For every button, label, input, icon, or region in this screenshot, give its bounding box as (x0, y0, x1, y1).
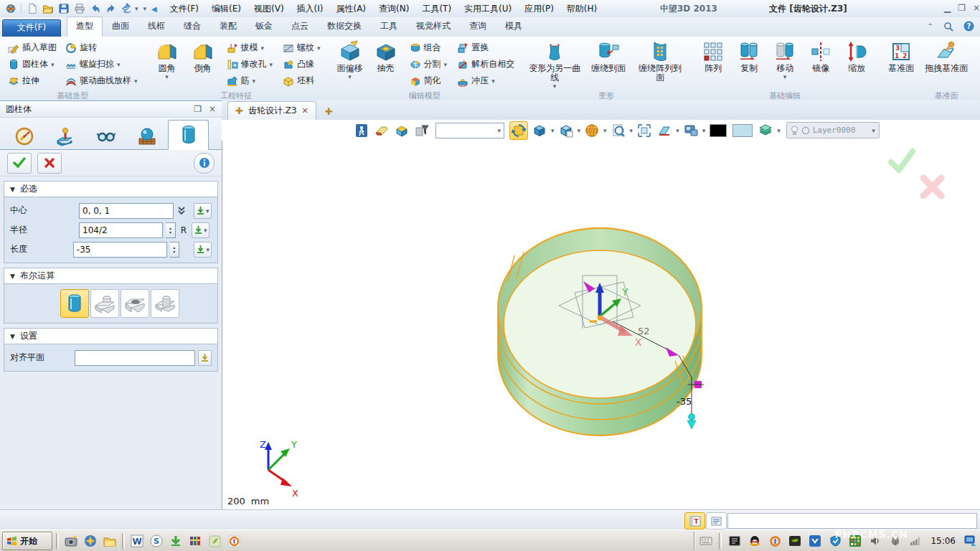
cancel-button[interactable] (37, 153, 62, 174)
highlight-color-swatch[interactable] (732, 124, 753, 137)
multi-view-dropdown[interactable]: ▾ (702, 128, 706, 133)
tab-dataexchange[interactable]: 数据交换 (318, 17, 371, 37)
tray-qq-icon[interactable] (746, 532, 763, 550)
length-spinner[interactable]: ▴▾ (170, 242, 179, 258)
zoom-window-icon[interactable] (636, 122, 653, 139)
ghost-ok-mark[interactable] (891, 151, 913, 170)
tab-shape[interactable]: 造型 (67, 17, 103, 37)
show-desktop-button[interactable] (962, 532, 979, 550)
isometric-view-icon[interactable] (531, 122, 548, 139)
extrude-button[interactable]: 拉伸 (5, 72, 60, 89)
shaded-display-icon[interactable] (557, 122, 575, 139)
align-plane-pick-button[interactable] (198, 350, 212, 366)
quicklaunch-word-icon[interactable]: W (128, 532, 146, 550)
menu-edit[interactable]: 编辑(E) (205, 1, 248, 17)
quicklaunch-folder-icon[interactable] (101, 532, 118, 550)
restore-button[interactable]: ❐ (958, 3, 966, 13)
save-icon[interactable] (56, 2, 71, 16)
quicklaunch-notes-icon[interactable] (206, 532, 223, 550)
fillet-button[interactable]: 圆角▾ (149, 39, 185, 80)
align-plane-input[interactable] (75, 350, 195, 366)
tray-volume-icon[interactable] (867, 532, 884, 550)
ok-button[interactable] (7, 153, 32, 174)
revolve-button[interactable]: 旋转 (62, 39, 141, 56)
driven-curve-loft-button[interactable]: 驱动曲线放样▾ (62, 72, 141, 89)
tray-keyboard-icon[interactable] (697, 532, 715, 550)
redo-icon[interactable] (103, 2, 118, 16)
toolbar-overflow[interactable]: ▾ (143, 6, 147, 11)
tray-nvidia-icon[interactable] (786, 532, 804, 550)
help-icon[interactable]: ? (963, 21, 974, 32)
tray-thunder-icon[interactable] (806, 532, 824, 550)
menu-file[interactable]: 文件(F) (164, 1, 205, 17)
tray-pinyin-icon[interactable] (847, 532, 864, 550)
tab-wireframe[interactable]: 线框 (138, 17, 174, 37)
menu-application[interactable]: 应用(P) (518, 1, 560, 17)
wrap-array-to-face-button[interactable]: 缠绕阵列到面 (633, 39, 687, 83)
section-settings[interactable]: ▼设置 (4, 328, 218, 344)
tab-heal[interactable]: 缝合 (174, 17, 210, 37)
exit-sketch-icon[interactable] (353, 122, 370, 139)
simplify-button[interactable]: 简化 (407, 72, 451, 89)
ghost-cancel-mark[interactable] (923, 178, 941, 196)
csys-button[interactable]: 坐标 (974, 39, 980, 74)
message-log-toggle[interactable] (706, 512, 727, 529)
menu-utilities[interactable]: 实用工具(U) (458, 1, 518, 17)
panel-restore-button[interactable]: ❐ (194, 104, 202, 114)
show-target-icon[interactable] (393, 122, 410, 139)
lip-button[interactable]: 凸缘 (280, 56, 324, 72)
view-dropdown[interactable]: ▾ (551, 128, 555, 133)
selection-filter-combobox[interactable]: ▾ (435, 123, 504, 138)
punch-button[interactable]: 冲压▾ (454, 72, 517, 89)
length-input[interactable] (73, 242, 167, 258)
tab-close-icon[interactable]: ✕ (302, 106, 308, 116)
multi-view-icon[interactable] (682, 122, 699, 139)
wrap-to-face-button[interactable]: 缠绕到面 (583, 39, 633, 74)
undo-icon[interactable] (88, 2, 103, 16)
combine-button[interactable]: 组合 (407, 39, 451, 56)
menu-view[interactable]: 视图(V) (248, 1, 291, 17)
tab-gauge[interactable] (4, 123, 44, 149)
menu-attribute[interactable]: 属性(A) (329, 1, 372, 17)
close-button[interactable]: × (973, 3, 980, 13)
radius-input[interactable] (79, 222, 163, 238)
new-tab-button[interactable]: ✚ (321, 106, 337, 120)
regen-icon[interactable] (119, 2, 134, 16)
modify-hole-button[interactable]: 修改孔▾ (224, 56, 276, 72)
print-icon[interactable] (72, 2, 87, 16)
layer-combobox[interactable]: Layer0000 ▾ (786, 122, 880, 138)
clock[interactable]: 15:06 (927, 536, 959, 546)
drag-datum-button[interactable]: 拖拽基准面 (919, 39, 974, 74)
filter-icon[interactable] (413, 122, 430, 139)
boolean-intersect-button[interactable] (151, 289, 179, 318)
panel-close-button[interactable]: × (209, 104, 216, 114)
rib-button[interactable]: 筋▾ (224, 72, 276, 89)
replace-button[interactable]: 置换 (454, 39, 517, 56)
document-tab[interactable]: ✚ 齿轮设计.Z3 ✕ (227, 101, 316, 120)
quicklaunch-download-icon[interactable] (167, 532, 184, 550)
tab-glasses[interactable] (86, 123, 126, 149)
scale-button[interactable]: 缩放 (839, 39, 875, 74)
tab-surface[interactable]: 曲面 (103, 17, 138, 37)
tray-security-icon[interactable] (826, 532, 844, 550)
pattern-button[interactable]: 阵列 (695, 39, 731, 74)
divide-button[interactable]: 分割▾ (407, 56, 451, 72)
tab-tools[interactable]: 工具 (371, 17, 407, 37)
search-icon[interactable] (943, 22, 953, 32)
section-required[interactable]: ▼必选 (4, 181, 218, 197)
eraser-icon[interactable] (373, 122, 390, 139)
resolve-selfintersection-button[interactable]: 解析自相交 (454, 56, 517, 72)
tray-network-icon[interactable] (907, 532, 924, 550)
tab-visualize[interactable]: 视觉样式 (407, 17, 460, 37)
menu-inquire[interactable]: 查询(N) (372, 1, 415, 17)
cylinder-solid[interactable] (498, 228, 702, 435)
chamfer-button[interactable]: 倒角 (185, 39, 221, 74)
datum-plane-button[interactable]: 312 基准面 (883, 39, 919, 74)
zoom-page-icon[interactable] (610, 122, 627, 139)
start-button[interactable]: 开始 (2, 532, 52, 550)
center-input[interactable] (79, 203, 174, 219)
face-offset-button[interactable]: 面偏移▾ (332, 39, 368, 80)
tab-cylinder[interactable] (168, 120, 209, 150)
collapse-ribbon-icon[interactable]: ⌃ (928, 22, 933, 30)
radius-mode[interactable]: R (179, 225, 189, 235)
